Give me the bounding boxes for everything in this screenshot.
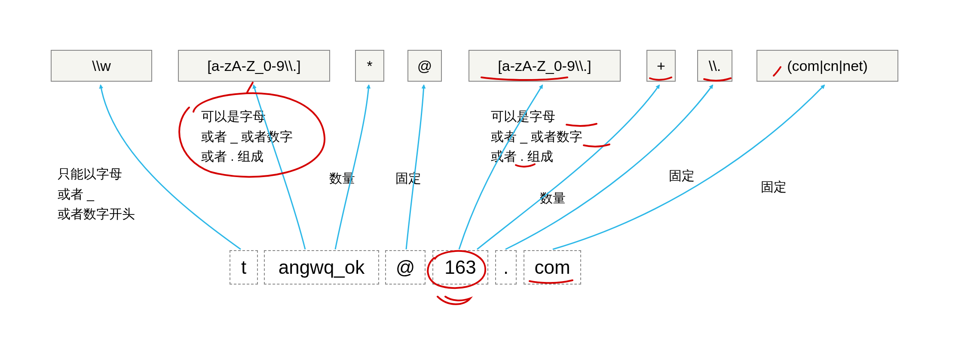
email-part-user: angwq_ok (264, 250, 379, 285)
note-charclass1: 可以是字母 或者 _ 或者数字 或者 . 组成 (201, 107, 293, 167)
email-part-at: @ (385, 250, 426, 285)
regex-text: [a-zA-Z_0-9\\.] (207, 58, 300, 74)
note-fixed-dot: 固定 (669, 166, 695, 186)
email-part-domain: 163 (432, 250, 488, 285)
note-text: 固定 (761, 180, 787, 194)
note-text: 数量 (329, 171, 355, 185)
note-text: 数量 (540, 191, 566, 205)
regex-text: [a-zA-Z_0-9\\.] (498, 58, 591, 74)
regex-box-group: (com|cn|net) (756, 50, 898, 82)
regex-box-escdot: \\. (697, 50, 732, 82)
regex-text: \\w (92, 58, 110, 74)
note-fixed-group: 固定 (761, 177, 787, 197)
regex-box-star: * (355, 50, 384, 82)
email-part-dot: . (495, 250, 517, 285)
note-charclass2: 可以是字母 或者 _ 或者数字 或者 . 组成 (491, 107, 582, 167)
regex-text: * (367, 58, 372, 74)
note-text: 固定 (669, 168, 695, 183)
regex-text: \\. (709, 58, 721, 74)
email-text: 163 (444, 257, 476, 278)
regex-text: @ (417, 58, 432, 74)
regex-text: + (657, 58, 665, 74)
regex-box-plus: + (646, 50, 676, 82)
regex-box-at: @ (407, 50, 442, 82)
regex-box-w: \\w (51, 50, 152, 82)
email-text: t (241, 257, 246, 278)
regex-box-charclass1: [a-zA-Z_0-9\\.] (178, 50, 330, 82)
note-fixed-at: 固定 (395, 168, 421, 189)
regex-text: (com|cn|net) (787, 58, 868, 74)
regex-box-charclass2: [a-zA-Z_0-9\\.] (469, 50, 621, 82)
note-first-char: 只能以字母 或者 _ 或者数字开头 (58, 164, 135, 224)
email-text: @ (396, 257, 415, 278)
note-quantity1: 数量 (329, 168, 355, 189)
email-text: . (503, 257, 508, 278)
email-part-t: t (230, 250, 258, 285)
note-text: 可以是字母 或者 _ 或者数字 或者 . 组成 (491, 109, 582, 163)
note-quantity2: 数量 (540, 188, 566, 208)
email-text: com (534, 257, 570, 278)
email-part-tld: com (524, 250, 581, 285)
note-text: 可以是字母 或者 _ 或者数字 或者 . 组成 (201, 109, 293, 163)
note-text: 固定 (395, 171, 421, 185)
note-text: 只能以字母 或者 _ 或者数字开头 (58, 167, 135, 221)
email-text: angwq_ok (279, 257, 365, 278)
